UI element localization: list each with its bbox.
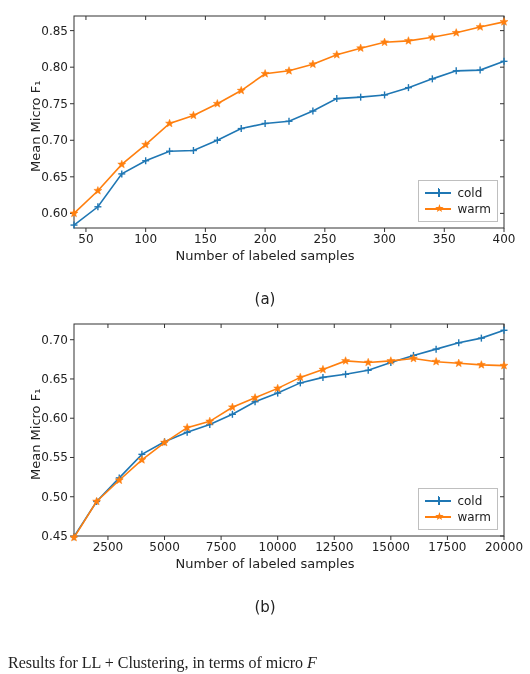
chart-panel-a: 501001502002503003504000.600.650.700.750… bbox=[12, 6, 518, 306]
plus-marker-icon bbox=[166, 148, 173, 155]
plus-marker-icon bbox=[433, 346, 440, 353]
plus-marker-icon bbox=[262, 120, 269, 127]
plus-marker-icon bbox=[309, 108, 316, 115]
xtick-label: 400 bbox=[493, 232, 516, 246]
star-marker-icon: ★ bbox=[434, 511, 444, 522]
star-marker-icon bbox=[455, 359, 463, 367]
legend-item-warm: ★warm bbox=[425, 201, 491, 217]
legend-line-icon: ★ bbox=[425, 208, 451, 210]
star-marker-icon bbox=[404, 37, 412, 45]
plus-marker-icon bbox=[381, 91, 388, 98]
star-marker-icon bbox=[477, 361, 485, 369]
star-marker-icon bbox=[364, 358, 372, 366]
xtick-label: 250 bbox=[313, 232, 336, 246]
plus-marker-icon bbox=[501, 58, 508, 65]
xtick-label: 17500 bbox=[428, 540, 466, 554]
plus-marker-icon bbox=[333, 95, 340, 102]
legend-item-warm: ★warm bbox=[425, 509, 491, 525]
plus-marker-icon bbox=[357, 94, 364, 101]
ytick-label: 0.85 bbox=[28, 24, 68, 38]
xtick-label: 100 bbox=[134, 232, 157, 246]
plus-marker-icon bbox=[477, 67, 484, 74]
plus-marker-icon bbox=[478, 335, 485, 342]
star-marker-icon bbox=[428, 33, 436, 41]
legend: cold★warm bbox=[418, 488, 498, 530]
star-marker-icon bbox=[432, 357, 440, 365]
xtick-label: 2500 bbox=[93, 540, 124, 554]
plus-marker-icon bbox=[190, 147, 197, 154]
legend-item-cold: cold bbox=[425, 185, 491, 201]
x-axis-label: Number of labeled samples bbox=[12, 248, 518, 263]
legend-item-cold: cold bbox=[425, 493, 491, 509]
xtick-label: 7500 bbox=[206, 540, 237, 554]
plus-marker-icon bbox=[429, 75, 436, 82]
plus-marker-icon bbox=[501, 327, 508, 334]
legend-line-icon bbox=[425, 192, 451, 194]
plus-marker-icon bbox=[214, 137, 221, 144]
ytick-label: 0.60 bbox=[28, 206, 68, 220]
y-axis-label: Mean Micro F₁ bbox=[28, 81, 43, 172]
chart-panel-b: 25005000750010000125001500017500200000.4… bbox=[12, 314, 518, 614]
x-axis-label: Number of labeled samples bbox=[12, 556, 518, 571]
plus-marker-icon bbox=[238, 125, 245, 132]
plus-marker-icon bbox=[274, 390, 281, 397]
xtick-label: 300 bbox=[373, 232, 396, 246]
star-marker-icon bbox=[357, 44, 365, 52]
xtick-label: 150 bbox=[194, 232, 217, 246]
chart-a-plot-area: 501001502002503003504000.600.650.700.750… bbox=[12, 6, 518, 286]
plus-marker-icon bbox=[434, 188, 442, 196]
plus-marker-icon bbox=[405, 84, 412, 91]
star-marker-icon bbox=[213, 100, 221, 108]
ytick-label: 0.70 bbox=[28, 333, 68, 347]
legend-label: warm bbox=[457, 202, 491, 216]
ytick-label: 0.65 bbox=[28, 372, 68, 386]
xtick-label: 5000 bbox=[149, 540, 180, 554]
page: 501001502002503003504000.600.650.700.750… bbox=[0, 0, 530, 674]
y-axis-label: Mean Micro F₁ bbox=[28, 389, 43, 480]
xtick-label: 350 bbox=[433, 232, 456, 246]
plus-marker-icon bbox=[319, 374, 326, 381]
footer-text-part1: Results for LL + Clustering, in terms of… bbox=[8, 654, 307, 671]
star-marker-icon bbox=[452, 29, 460, 37]
star-marker-icon bbox=[309, 60, 317, 68]
xtick-label: 12500 bbox=[315, 540, 353, 554]
plus-marker-icon bbox=[365, 367, 372, 374]
xtick-label: 15000 bbox=[372, 540, 410, 554]
xtick-label: 20000 bbox=[485, 540, 523, 554]
legend-line-icon: ★ bbox=[425, 516, 451, 518]
chart-a-caption: (a) bbox=[12, 290, 518, 308]
star-marker-icon bbox=[476, 23, 484, 31]
star-marker-icon: ★ bbox=[434, 203, 444, 214]
star-marker-icon bbox=[342, 357, 350, 365]
star-marker-icon bbox=[285, 67, 293, 75]
legend-label: cold bbox=[457, 494, 482, 508]
xtick-label: 200 bbox=[254, 232, 277, 246]
plus-marker-icon bbox=[229, 411, 236, 418]
star-marker-icon bbox=[381, 38, 389, 46]
star-marker-icon bbox=[189, 111, 197, 119]
legend-line-icon bbox=[425, 500, 451, 502]
chart-b-plot-area: 25005000750010000125001500017500200000.4… bbox=[12, 314, 518, 594]
footer-text-italic: F bbox=[307, 654, 317, 671]
plus-marker-icon bbox=[342, 371, 349, 378]
plus-marker-icon bbox=[434, 496, 442, 504]
plus-marker-icon bbox=[142, 157, 149, 164]
ytick-label: 0.80 bbox=[28, 60, 68, 74]
ytick-label: 0.50 bbox=[28, 490, 68, 504]
footer-text: Results for LL + Clustering, in terms of… bbox=[8, 654, 317, 672]
plus-marker-icon bbox=[453, 67, 460, 74]
xtick-label: 50 bbox=[78, 232, 93, 246]
legend-label: cold bbox=[457, 186, 482, 200]
chart-b-caption: (b) bbox=[12, 598, 518, 616]
legend: cold★warm bbox=[418, 180, 498, 222]
ytick-label: 0.45 bbox=[28, 529, 68, 543]
plus-marker-icon bbox=[286, 118, 293, 125]
star-marker-icon bbox=[319, 365, 327, 373]
plus-marker-icon bbox=[455, 339, 462, 346]
star-marker-icon bbox=[333, 51, 341, 59]
xtick-label: 10000 bbox=[259, 540, 297, 554]
legend-label: warm bbox=[457, 510, 491, 524]
